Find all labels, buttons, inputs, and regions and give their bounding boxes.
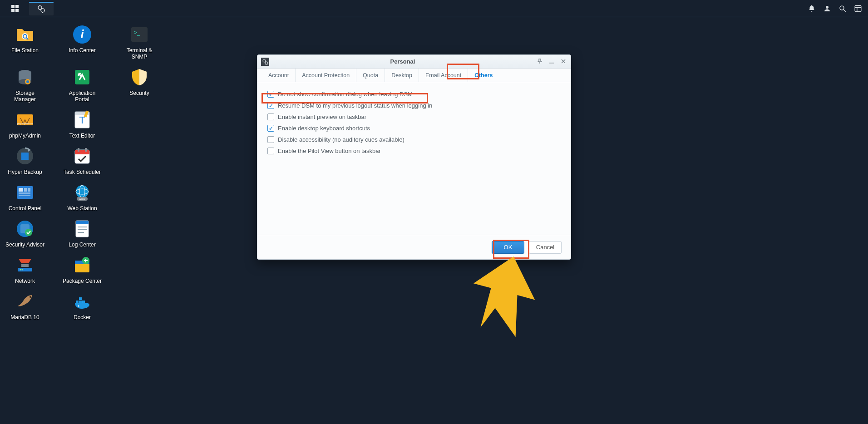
desktop-icon-log-center[interactable]: Log Center xyxy=(62,218,103,248)
desktop-icon-security[interactable]: Security xyxy=(119,66,160,103)
terminal-icon: >_ xyxy=(128,24,150,45)
personal-window: Personal AccountAccount ProtectionQuotaD… xyxy=(257,54,571,260)
check-row-4: Disable accessibility (no auditory cues … xyxy=(267,134,561,145)
cancel-button[interactable]: Cancel xyxy=(529,241,562,254)
desktop-icon-security-advisor[interactable]: Security Advisor xyxy=(5,218,45,248)
svg-rect-1 xyxy=(15,5,19,8)
svg-rect-42 xyxy=(28,188,30,192)
search-icon[interactable] xyxy=(835,2,850,15)
desktop-icon-label: Hyper Backup xyxy=(8,169,42,175)
desktop-icon-web-station[interactable]: wwwWeb Station xyxy=(62,182,103,212)
tab-desktop[interactable]: Desktop xyxy=(385,69,419,82)
desktop-icon-terminal-snmp[interactable]: >_Terminal & SNMP xyxy=(119,24,160,60)
desktop-icon-application-portal[interactable]: Application Portal xyxy=(62,66,103,103)
desktop-icon-task-scheduler[interactable]: Task Scheduler xyxy=(62,145,103,175)
desktop-icon-label: MariaDB 10 xyxy=(10,314,39,320)
check-row-2: Enable instant preview on taskbar xyxy=(267,111,561,123)
panel-icon xyxy=(14,182,36,203)
desktop-icon-network[interactable]: Network xyxy=(5,254,45,284)
desktop-icon-label: Task Scheduler xyxy=(64,169,101,175)
pin-icon[interactable] xyxy=(536,58,543,66)
package-icon xyxy=(71,254,93,276)
user-icon[interactable] xyxy=(820,2,834,15)
check-row-0: Do not show confirmation dialog when lea… xyxy=(267,89,561,100)
window-tabs: AccountAccount ProtectionQuotaDesktopEma… xyxy=(257,69,571,82)
shield-icon xyxy=(128,66,150,88)
svg-rect-6 xyxy=(39,5,40,6)
svg-rect-69 xyxy=(79,297,82,300)
tab-account[interactable]: Account xyxy=(262,69,296,82)
taskbar xyxy=(0,0,868,17)
checkbox[interactable] xyxy=(267,113,274,120)
checkbox-label: Resume DSM to my previous logout status … xyxy=(278,102,432,109)
svg-rect-38 xyxy=(85,148,87,152)
desktop-icon-file-station[interactable]: File Station xyxy=(5,24,45,60)
tab-quota[interactable]: Quota xyxy=(356,69,385,82)
svg-rect-0 xyxy=(11,5,15,8)
svg-text:phpMyAdmin: phpMyAdmin xyxy=(17,122,33,125)
tab-account-protection[interactable]: Account Protection xyxy=(296,69,356,82)
svg-point-5 xyxy=(41,9,44,12)
checkbox[interactable] xyxy=(267,125,274,132)
check-row-5: Enable the Pilot View button on taskbar xyxy=(267,145,561,157)
calendar-icon xyxy=(71,145,93,167)
maria-icon xyxy=(14,291,36,312)
desktop-icon-storage-manager[interactable]: Storage Manager xyxy=(5,66,45,103)
desktop-icon-label: Application Portal xyxy=(62,90,103,103)
checkbox[interactable] xyxy=(267,136,274,143)
backup-icon xyxy=(14,145,36,167)
svg-text:>_: >_ xyxy=(134,30,140,36)
svg-rect-11 xyxy=(855,5,861,12)
tab-email-account[interactable]: Email Account xyxy=(419,69,468,82)
desktop-icon-phpmyadmin[interactable]: phpMyAdminphpMyAdmin xyxy=(5,109,45,139)
desktop-icon-mariadb-10[interactable]: MariaDB 10 xyxy=(5,291,45,320)
secadvisor-icon xyxy=(14,218,36,240)
window-titlebar[interactable]: Personal xyxy=(257,55,571,69)
svg-rect-68 xyxy=(82,301,85,303)
svg-text:www: www xyxy=(79,197,86,200)
svg-rect-41 xyxy=(24,188,27,192)
desktop-icon-label: Security xyxy=(129,90,149,96)
desktop-icon-info-center[interactable]: iInfo Center xyxy=(62,24,103,60)
svg-point-60 xyxy=(20,269,21,271)
svg-point-61 xyxy=(22,269,23,271)
svg-rect-58 xyxy=(21,264,29,267)
svg-rect-2 xyxy=(11,9,15,12)
check-row-3: Enable desktop keyboard shortcuts xyxy=(267,123,561,134)
log-icon xyxy=(71,218,93,240)
svg-rect-3 xyxy=(15,9,19,12)
tab-others[interactable]: Others xyxy=(468,69,499,82)
ok-button[interactable]: OK xyxy=(492,241,524,254)
svg-rect-40 xyxy=(19,188,23,192)
desktop-icon-hyper-backup[interactable]: Hyper Backup xyxy=(5,145,45,175)
checkbox-label: Disable accessibility (no auditory cues … xyxy=(278,136,404,143)
checkbox[interactable] xyxy=(267,91,274,98)
widgets-icon[interactable] xyxy=(851,2,865,15)
svg-point-25 xyxy=(26,80,29,83)
svg-rect-36 xyxy=(75,150,89,154)
personal-taskbar-button[interactable] xyxy=(29,2,54,15)
desktop-icon-label: phpMyAdmin xyxy=(9,133,41,139)
desktop-icon-label: Terminal & SNMP xyxy=(119,47,160,60)
php-icon: phpMyAdmin xyxy=(14,109,36,131)
desktop-icon-text-editor[interactable]: TText Editor xyxy=(62,109,103,139)
check-row-1: Resume DSM to my previous logout status … xyxy=(267,100,561,111)
window-body: Do not show confirmation dialog when lea… xyxy=(257,82,571,235)
notifications-icon[interactable] xyxy=(804,2,819,15)
svg-rect-74 xyxy=(549,63,554,64)
svg-line-10 xyxy=(843,10,846,12)
svg-rect-34 xyxy=(21,153,29,160)
close-icon[interactable] xyxy=(560,58,567,66)
main-menu-button[interactable] xyxy=(3,2,27,15)
minimize-icon[interactable] xyxy=(548,58,555,66)
desktop-icon-label: Network xyxy=(15,278,35,284)
desktop-icon-control-panel[interactable]: Control Panel xyxy=(5,182,45,212)
checkbox[interactable] xyxy=(267,148,274,154)
desktop-icon-label: Web Station xyxy=(67,205,97,212)
svg-point-45 xyxy=(76,185,89,198)
checkbox[interactable] xyxy=(267,102,274,109)
network-icon xyxy=(14,254,36,276)
texteditor-icon: T xyxy=(71,109,93,131)
desktop-icon-package-center[interactable]: Package Center xyxy=(62,254,103,284)
desktop-icon-docker[interactable]: Docker xyxy=(62,291,103,320)
